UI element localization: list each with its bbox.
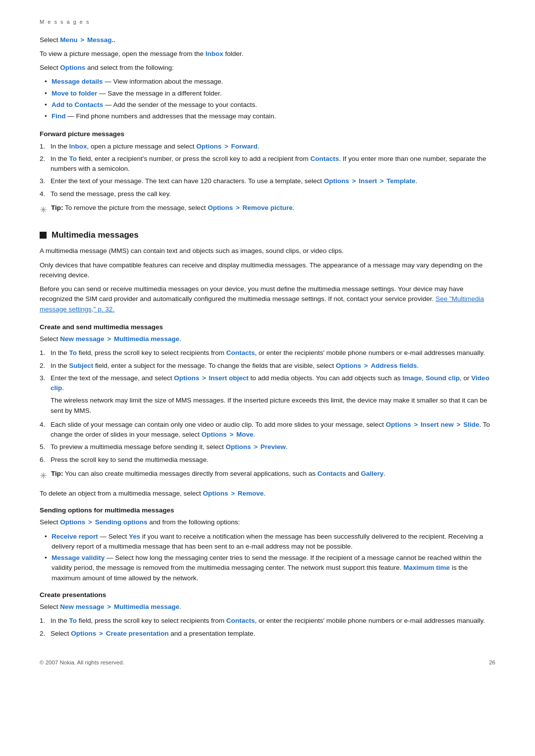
list-item: 1. In the To field, press the scroll key… — [40, 348, 495, 358]
page-footer: © 2007 Nokia. All rights reserved. 26 — [40, 658, 495, 667]
options-link-6[interactable]: Options — [174, 374, 199, 382]
sending-options-heading: Sending options for multimedia messages — [40, 505, 495, 515]
cp-steps-list: 1. In the To field, press the scroll key… — [40, 616, 495, 639]
menu-link[interactable]: Menu — [60, 36, 77, 44]
options-link-9[interactable]: Options — [225, 443, 251, 451]
nav-select-menu: Select Menu > Messag.. — [40, 35, 495, 45]
list-item: 2. Select Options > Create presentation … — [40, 629, 495, 639]
find-link[interactable]: Find — [52, 112, 66, 120]
sending-options-bullet-list: Receive report — Select Yes if you want … — [40, 532, 495, 583]
list-item: Message validity — Select how long the m… — [45, 553, 495, 583]
select-options-line: Select Options and select from the follo… — [40, 63, 495, 73]
receive-report-link[interactable]: Receive report — [52, 533, 98, 540]
list-item: Move to folder — Save the message in a d… — [45, 89, 495, 99]
contacts-link-2[interactable]: Contacts — [226, 349, 255, 356]
sending-options-nav: Select Options > Sending options and fro… — [40, 517, 495, 527]
insert-link[interactable]: Insert — [359, 177, 377, 185]
multimedia-intro-1: A multimedia message (MMS) can contain t… — [40, 246, 495, 256]
list-item: 1. In the To field, press the scroll key… — [40, 616, 495, 626]
create-presentation-link[interactable]: Create presentation — [106, 630, 169, 637]
section-square-icon — [40, 232, 47, 239]
gallery-link[interactable]: Gallery — [361, 470, 384, 477]
image-link[interactable]: Image — [403, 374, 422, 382]
address-fields-link[interactable]: Address fields — [371, 362, 417, 369]
list-item: 3. Enter the text of your message. The t… — [40, 176, 495, 186]
inbox-link[interactable]: Inbox — [206, 50, 223, 57]
forward-steps-list: 1. In the Inbox, open a picture message … — [40, 142, 495, 199]
list-item: Message details — View information about… — [45, 77, 495, 87]
page-header: M e s s a g e s — [40, 18, 495, 26]
options-link-10[interactable]: Options — [203, 490, 228, 497]
multimedia-intro-3: Before you can send or receive multimedi… — [40, 284, 495, 314]
sending-options-link[interactable]: Sending options — [95, 518, 148, 526]
multimedia-section-divider: Multimedia messages — [40, 229, 495, 242]
create-presentations-heading: Create presentations — [40, 590, 495, 600]
add-to-contacts-link[interactable]: Add to Contacts — [52, 101, 103, 108]
preview-link[interactable]: Preview — [261, 443, 286, 451]
options-bullet-list: Message details — View information about… — [40, 77, 495, 121]
options-link[interactable]: Options — [60, 64, 85, 71]
create-send-heading: Create and send multimedia messages — [40, 322, 495, 332]
options-link-7[interactable]: Options — [386, 421, 411, 428]
messag-link[interactable]: Messag.. — [87, 36, 115, 44]
tip-1: ✳ Tip: To remove the picture from the me… — [40, 203, 495, 217]
list-item: 2. In the Subject field, enter a subject… — [40, 361, 495, 371]
tip-icon: ✳ — [40, 203, 47, 217]
sound-clip-link[interactable]: Sound clip — [426, 374, 460, 382]
new-message-link-2[interactable]: New message — [60, 603, 104, 610]
list-item: 4. Each slide of your message can contai… — [40, 420, 495, 440]
create-send-steps-list: 1. In the To field, press the scroll key… — [40, 348, 495, 465]
multimedia-message-link[interactable]: Multimedia message — [114, 335, 179, 343]
options-link-3[interactable]: Options — [324, 177, 349, 185]
to-field-link-3[interactable]: To — [69, 617, 77, 624]
move-link[interactable]: Move — [236, 431, 254, 438]
insert-new-link[interactable]: Insert new — [421, 421, 454, 428]
list-item: 4. To send the message, press the call k… — [40, 189, 495, 199]
yes-link[interactable]: Yes — [129, 533, 140, 540]
to-field-link[interactable]: To — [69, 155, 77, 162]
remove-picture-link[interactable]: Remove picture — [243, 204, 293, 211]
contacts-link-3[interactable]: Contacts — [318, 470, 346, 477]
nav-select-label: Select — [40, 36, 60, 44]
list-item: 3. Enter the text of the message, and se… — [40, 373, 495, 416]
header-title: M e s s a g e s — [40, 18, 495, 26]
list-item: 2. In the To field, enter a recipient's … — [40, 154, 495, 174]
template-link[interactable]: Template — [386, 177, 415, 185]
message-validity-link[interactable]: Message validity — [52, 554, 105, 561]
mms-size-note: The wireless network may limit the size … — [51, 396, 495, 416]
list-item: Add to Contacts — Add the sender of the … — [45, 100, 495, 110]
options-link-2[interactable]: Options — [196, 143, 221, 150]
tip-text-2: Tip: You can also create multimedia mess… — [51, 469, 385, 479]
message-details-link[interactable]: Message details — [52, 78, 103, 85]
remove-link[interactable]: Remove — [238, 490, 264, 497]
list-item: 1. In the Inbox, open a picture message … — [40, 142, 495, 151]
tip-text: Tip: To remove the picture from the mess… — [51, 203, 295, 213]
nav-new-message: Select New message > Multimedia message. — [40, 334, 495, 344]
maximum-time-link[interactable]: Maximum time — [403, 564, 450, 571]
options-link-5[interactable]: Options — [336, 362, 361, 369]
tip-icon-2: ✳ — [40, 469, 47, 483]
options-link-12[interactable]: Options — [71, 630, 96, 637]
to-field-link-2[interactable]: To — [69, 349, 77, 356]
multimedia-section-title: Multimedia messages — [52, 229, 139, 242]
subject-field-link[interactable]: Subject — [69, 362, 94, 369]
tip-2: ✳ Tip: You can also create multimedia me… — [40, 469, 495, 483]
multimedia-message-link-2[interactable]: Multimedia message — [114, 603, 179, 610]
picture-message-intro-line: To view a picture message, open the mess… — [40, 49, 495, 59]
multimedia-intro-2: Only devices that have compatible featur… — [40, 260, 495, 281]
cp-nav: Select New message > Multimedia message. — [40, 602, 495, 612]
options-link-11[interactable]: Options — [60, 518, 85, 526]
options-link-8[interactable]: Options — [202, 431, 227, 438]
contacts-link-4[interactable]: Contacts — [226, 617, 255, 624]
new-message-link[interactable]: New message — [60, 335, 104, 343]
list-item: Find — Find phone numbers and addresses … — [45, 111, 495, 121]
list-item: 5. To preview a multimedia message befor… — [40, 442, 495, 452]
forward-link[interactable]: Forward — [231, 143, 258, 150]
contacts-link[interactable]: Contacts — [311, 155, 339, 162]
insert-object-link[interactable]: Insert object — [209, 374, 249, 382]
move-to-folder-link[interactable]: Move to folder — [52, 90, 97, 97]
list-item: Receive report — Select Yes if you want … — [45, 532, 495, 552]
inbox-link-2[interactable]: Inbox — [69, 143, 87, 150]
slide-link[interactable]: Slide — [463, 421, 479, 428]
options-link-4[interactable]: Options — [208, 204, 233, 211]
